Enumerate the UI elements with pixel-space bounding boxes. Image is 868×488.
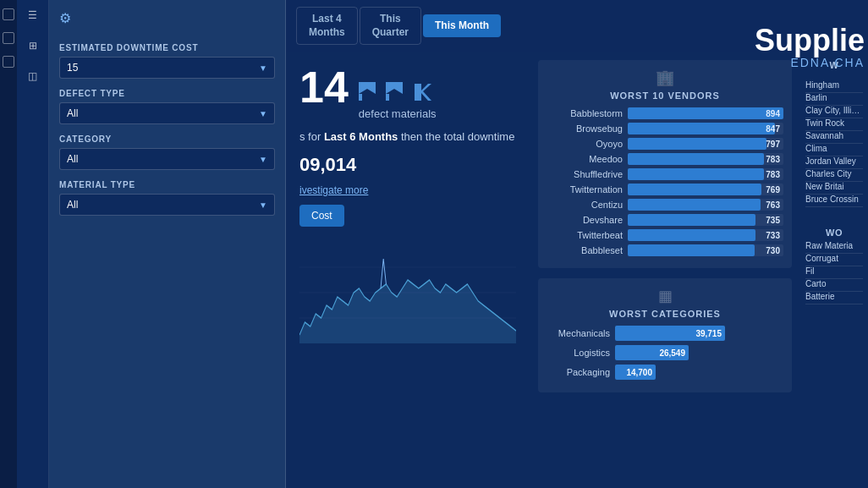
vendor-name: Oyoyo <box>547 139 623 149</box>
cost-value: 09,014 <box>299 154 516 176</box>
nav-icon-grid[interactable]: ⊞ <box>25 37 41 54</box>
vendor-item: Devshare 735 <box>547 214 783 226</box>
sidebar-icon-1[interactable] <box>3 8 14 20</box>
btn-this-quarter[interactable]: ThisQuarter <box>360 7 421 45</box>
main-content: Last 4Months ThisQuarter This Month 14 <box>286 0 868 488</box>
vendor-value: 797 <box>766 140 780 149</box>
vendor-bar-track: 783 <box>628 153 783 165</box>
category-item: Mechanicals 39,715 <box>547 326 783 341</box>
filter-arrow-defect-type: ▼ <box>259 109 267 118</box>
chart-area <box>299 242 516 474</box>
filter-group-material-type: MATERIAL TYPE All ▼ <box>59 180 275 216</box>
vendor-value: 894 <box>766 109 780 118</box>
categories-list: Mechanicals 39,715 Logistics 26,549 Pack… <box>547 326 783 380</box>
category-bar: 39,715 <box>615 326 725 341</box>
vendor-name: Centizu <box>547 200 623 210</box>
worst-categories-title: WORST CATEGORIES <box>547 309 783 319</box>
far-right-vendor-item: Savannah <box>805 131 863 144</box>
flag-icon-k <box>413 82 431 101</box>
filter-arrow-downtime-cost: ▼ <box>259 63 267 73</box>
vendor-item: Twitterbeat 733 <box>547 229 783 241</box>
category-bar: 14,700 <box>615 365 656 380</box>
vendor-bar-track: 730 <box>628 244 783 256</box>
flag-icon-2 <box>386 82 409 101</box>
far-right-vendor-item: Clay City, Illinois <box>805 106 863 118</box>
category-item: Logistics 26,549 <box>547 345 783 360</box>
filter-arrow-material-type: ▼ <box>259 200 267 210</box>
filter-label-defect-type: DEFECT TYPE <box>59 89 275 98</box>
filter-select-defect-type[interactable]: All ▼ <box>59 102 275 124</box>
far-right-vendor-item: Barlin <box>805 93 863 106</box>
vendor-item: Meedoo 783 <box>547 153 783 165</box>
title-overlay: Supplie EDNA CHA <box>755 25 868 69</box>
barcode-icon: ▦ <box>547 287 783 305</box>
vendor-bar-fill <box>628 123 775 134</box>
filter-value-category: All <box>67 153 78 165</box>
worst-categories-panel: ▦ WORST CATEGORIES Mechanicals 39,715 Lo… <box>538 278 792 392</box>
category-value: 39,715 <box>695 329 722 338</box>
svg-marker-0 <box>359 82 376 94</box>
flag-icon-1 <box>359 82 382 101</box>
filter-arrow-category: ▼ <box>259 155 267 164</box>
title-main: Supplie <box>755 25 865 56</box>
btn-last-4-months[interactable]: Last 4Months <box>296 7 358 45</box>
vendor-bar-fill <box>628 199 761 211</box>
sidebar-icon-2[interactable] <box>3 32 14 44</box>
filter-select-category[interactable]: All ▼ <box>59 148 275 170</box>
vendor-value: 783 <box>766 170 780 179</box>
vendor-name: Twitterbeat <box>547 230 623 240</box>
insight-prefix: s for <box>299 130 321 143</box>
sidebar-nav: ☰ ⊞ ◫ <box>17 0 49 488</box>
vendor-bar-track: 894 <box>628 107 783 119</box>
category-name: Packaging <box>547 367 610 377</box>
vendor-name: Meedoo <box>547 154 623 164</box>
vendor-name: Twitternation <box>547 184 623 195</box>
category-value: 26,549 <box>659 348 685 358</box>
sidebar-icon-3[interactable] <box>3 56 14 68</box>
vendor-name: Babbleset <box>547 245 623 255</box>
far-right-vendor-item: Twin Rock <box>805 118 863 131</box>
cost-button[interactable]: Cost <box>299 205 344 227</box>
vendor-name: Browsebug <box>547 123 623 134</box>
far-right-cat-title: WO <box>805 228 863 238</box>
nav-icon-user[interactable]: ◫ <box>25 68 41 85</box>
vendor-bar-fill <box>628 107 783 119</box>
filter-group-defect-type: DEFECT TYPE All ▼ <box>59 89 275 124</box>
far-right-vendor-item: Charles City <box>805 169 863 182</box>
vendor-name: Babblestorm <box>547 108 623 118</box>
worst-vendors-title: WORST 10 VENDORS <box>547 90 783 101</box>
svg-marker-2 <box>386 82 403 94</box>
vendor-item: Babbleset 730 <box>547 244 783 256</box>
filter-value-downtime-cost: 15 <box>67 62 78 74</box>
nav-icon-menu[interactable]: ☰ <box>25 7 41 24</box>
vendor-bar-track: 735 <box>628 214 783 226</box>
filter-select-downtime-cost[interactable]: 15 ▼ <box>59 57 275 79</box>
vendor-value: 769 <box>766 185 780 195</box>
btn-this-month[interactable]: This Month <box>423 14 501 38</box>
filter-group-downtime-cost: ESTIMATED DOWNTIME COST 15 ▼ <box>59 43 275 79</box>
far-right-vendor-item: Jordan Valley <box>805 156 863 169</box>
filter-label-material-type: MATERIAL TYPE <box>59 180 275 189</box>
vendor-bar-track: 783 <box>628 168 783 180</box>
vendor-name: Devshare <box>547 215 623 225</box>
investigate-link[interactable]: ivestigate more <box>299 184 516 196</box>
vendor-bar-track: 769 <box>628 184 783 195</box>
sidebar-icons <box>0 0 17 488</box>
vendor-bar-fill <box>628 138 766 150</box>
far-right-vendor-item: Clima <box>805 144 863 156</box>
building-icon: 🏢 <box>547 69 783 87</box>
main-stat-number: 14 <box>299 65 349 109</box>
vendor-item: Babblestorm 894 <box>547 107 783 119</box>
vendor-item: Shuffledrive 783 <box>547 168 783 180</box>
vendor-value: 730 <box>766 246 780 255</box>
filter-select-material-type[interactable]: All ▼ <box>59 194 275 216</box>
worst-vendors-panel: 🏢 WORST 10 VENDORS Babblestorm 894 Brows… <box>538 60 792 268</box>
vendor-bar-track: 763 <box>628 199 783 211</box>
far-right-cat-item: Batterie <box>805 292 863 304</box>
far-right-cat-item: Fil <box>805 266 863 279</box>
insight-text: s for Last 6 Months then the total downt… <box>299 129 516 145</box>
far-right-vendor-item: Bruce Crossin <box>805 195 863 207</box>
insight-suffix: then the total downtime <box>401 130 514 143</box>
far-right-cat-item: Carto <box>805 279 863 292</box>
vendor-value: 847 <box>766 124 780 134</box>
